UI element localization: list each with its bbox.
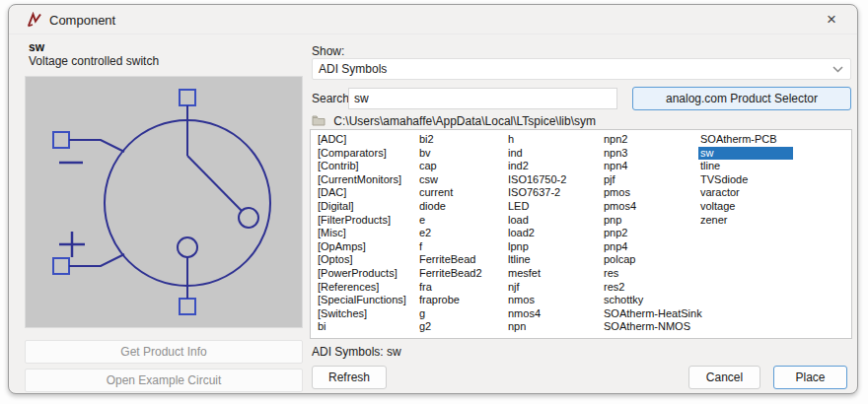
list-item[interactable]: [FilterProducts] [316,214,414,228]
list-item[interactable]: nmos4 [506,307,599,321]
list-column-5: SOAtherm-PCBswtlineTVSdiodevaractorvolta… [698,133,793,227]
title-bar: Component × [9,5,857,34]
list-item[interactable]: SOAtherm-NMOS [602,320,728,334]
list-item[interactable]: SOAtherm-PCB [698,133,793,147]
list-item[interactable]: ltline [506,253,599,267]
list-item[interactable]: [SpecialFunctions] [316,294,414,307]
list-item[interactable]: [Contrib] [316,160,414,173]
list-item[interactable]: e2 [417,227,504,240]
list-item[interactable]: SOAtherm-HeatSink [602,307,728,321]
list-item[interactable]: g [417,307,504,321]
list-item[interactable]: polcap [602,253,728,267]
list-item[interactable]: load2 [506,227,599,240]
list-item[interactable]: tline [698,160,793,173]
list-item[interactable]: [Switches] [316,307,414,321]
list-item[interactable]: FerriteBead [417,253,504,267]
list-item[interactable]: mesfet [506,267,599,281]
list-item[interactable]: fra [417,281,504,295]
list-item[interactable]: e [417,214,504,228]
list-item[interactable]: bi2 [417,133,504,147]
list-item[interactable]: res [602,267,728,281]
list-item[interactable]: npn [506,320,599,334]
list-item[interactable]: cap [417,160,504,173]
library-path: C:\Users\amahaffe\AppData\Local\LTspice\… [312,114,596,129]
cancel-button[interactable]: Cancel [688,366,760,389]
list-item[interactable]: FerriteBead2 [417,267,504,281]
list-item[interactable]: pnp2 [602,227,728,240]
close-icon[interactable]: × [820,9,843,31]
selection-status: ADI Symbols: sw [312,345,401,359]
ltspice-app-icon [27,12,42,28]
list-item[interactable]: res2 [602,281,728,295]
list-column-3: hindind2ISO16750-2ISO7637-2LEDloadload2l… [506,133,599,334]
list-item[interactable]: [ADC] [316,133,414,147]
list-item[interactable]: TVSdiode [698,173,793,187]
library-path-text: C:\Users\amahaffe\AppData\Local\LTspice\… [333,114,596,128]
list-item[interactable]: pnp4 [602,240,728,254]
list-item[interactable]: [Digital] [316,200,414,214]
component-dialog: Component × sw Voltage controlled switch [8,4,858,394]
component-list[interactable]: [ADC][Comparators][Contrib][CurrentMonit… [310,129,852,339]
list-item[interactable]: f [417,240,504,254]
get-product-info-button[interactable]: Get Product Info [25,340,303,364]
symbol-library-dropdown[interactable]: ADI Symbols [312,58,851,80]
list-item[interactable]: [CurrentMonitors] [316,173,414,187]
list-item[interactable]: njf [506,281,599,295]
place-button[interactable]: Place [773,366,847,389]
search-input[interactable] [348,88,617,109]
list-item[interactable]: bv [417,147,504,161]
product-selector-button[interactable]: analog.com Product Selector [632,87,851,110]
component-name: sw [29,40,44,54]
list-column-categories: [ADC][Comparators][Contrib][CurrentMonit… [316,133,414,334]
list-item[interactable]: current [417,186,504,200]
list-column-2: bi2bvcapcswcurrentdiodeee2fFerriteBeadFe… [417,133,504,334]
list-item[interactable]: ISO16750-2 [506,173,599,187]
component-description: Voltage controlled switch [29,54,159,68]
list-item[interactable]: schottky [602,294,728,307]
list-item[interactable]: voltage [698,200,793,214]
list-item[interactable]: [DAC] [316,186,414,200]
list-item[interactable]: zener [698,214,793,228]
window-title: Component [49,13,115,28]
list-item[interactable]: [PowerProducts] [316,267,414,281]
list-item[interactable]: [Comparators] [316,147,414,161]
list-item[interactable]: csw [417,173,504,187]
list-item[interactable]: LED [506,200,599,214]
show-label: Show: [312,44,344,58]
list-item[interactable]: [References] [316,281,414,295]
list-item[interactable]: lpnp [506,240,599,254]
list-item[interactable]: diode [417,200,504,214]
list-item[interactable]: ind [506,147,599,161]
list-item[interactable]: g2 [417,320,504,334]
chevron-down-icon [832,66,843,73]
list-item-selected[interactable]: sw [698,147,793,161]
switch-symbol-drawing [26,77,302,327]
list-item[interactable]: [Optos] [316,253,414,267]
list-item[interactable]: nmos [506,294,599,307]
list-item[interactable]: bi [316,320,414,334]
list-item[interactable]: ISO7637-2 [506,186,599,200]
folder-icon [312,115,326,126]
list-item[interactable]: [Misc] [316,227,414,240]
list-item[interactable]: load [506,214,599,228]
list-item[interactable]: [OpAmps] [316,240,414,254]
list-item[interactable]: varactor [698,186,793,200]
search-label: Search: [312,92,352,105]
list-item[interactable]: fraprobe [417,294,504,307]
dropdown-selected-value: ADI Symbols [319,62,387,76]
list-item[interactable]: ind2 [506,160,599,173]
list-item[interactable]: h [506,133,599,147]
refresh-button[interactable]: Refresh [312,366,387,389]
open-example-circuit-button[interactable]: Open Example Circuit [25,369,303,392]
symbol-preview [25,76,303,328]
